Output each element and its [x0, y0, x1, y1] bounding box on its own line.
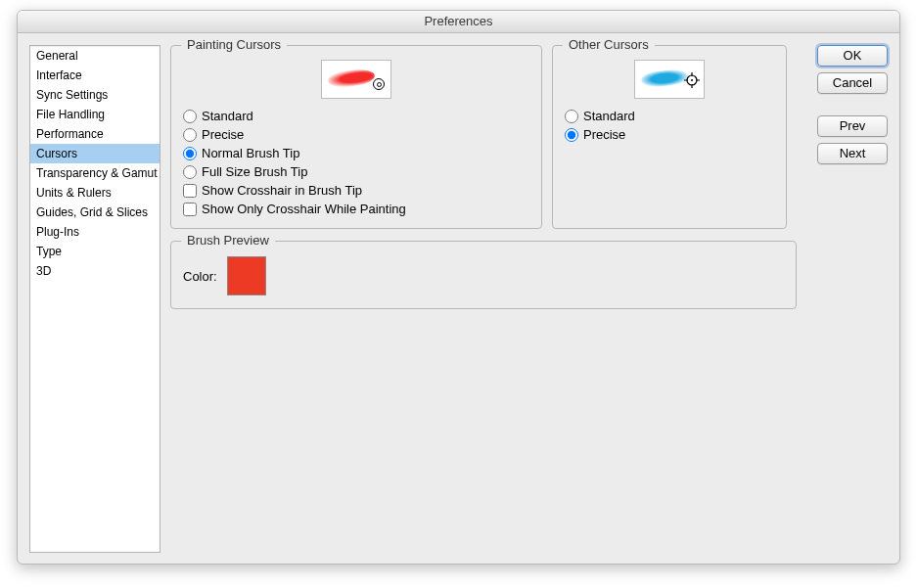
show-only-crosshair-checkbox[interactable]: [183, 203, 197, 216]
prev-button[interactable]: Prev: [817, 115, 888, 137]
sidebar-item-type[interactable]: Type: [30, 242, 160, 261]
painting-normal-brush-tip-label: Normal Brush Tip: [202, 146, 299, 160]
painting-precise-option[interactable]: Precise: [183, 127, 529, 142]
cursor-groups-row: Painting Cursors Standard Precise: [170, 45, 807, 241]
preferences-window: Preferences GeneralInterfaceSync Setting…: [17, 10, 900, 565]
other-precise-option[interactable]: Precise: [565, 127, 774, 142]
color-label: Color:: [183, 269, 217, 284]
painting-cursors-legend: Painting Cursors: [181, 37, 287, 52]
painting-normal-brush-tip-radio[interactable]: [183, 147, 197, 160]
next-button[interactable]: Next: [817, 143, 888, 164]
sidebar-item-performance[interactable]: Performance: [30, 124, 160, 144]
other-precise-label: Precise: [583, 127, 625, 142]
painting-normal-brush-tip-option[interactable]: Normal Brush Tip: [183, 146, 529, 160]
painting-precise-label: Precise: [202, 127, 244, 142]
other-cursor-preview: [634, 60, 705, 99]
sidebar-item-file-handling[interactable]: File Handling: [30, 105, 160, 124]
ok-button[interactable]: OK: [817, 45, 888, 67]
painting-full-size-brush-tip-label: Full Size Brush Tip: [202, 164, 307, 179]
blue-brush-stroke-icon: [640, 68, 688, 88]
show-crosshair-label: Show Crosshair in Brush Tip: [202, 183, 362, 198]
painting-standard-label: Standard: [202, 109, 253, 123]
other-cursor-options: Standard Precise: [565, 109, 774, 142]
precise-crosshair-icon: [684, 72, 700, 88]
red-brush-stroke-icon: [327, 68, 376, 89]
dialog-buttons: OK Cancel Prev Next: [817, 45, 888, 553]
painting-full-size-brush-tip-option[interactable]: Full Size Brush Tip: [183, 164, 529, 179]
painting-cursor-preview: [321, 60, 391, 99]
sidebar-item-3d[interactable]: 3D: [30, 261, 160, 281]
painting-cursor-options: Standard Precise Normal Brush Tip F: [183, 109, 529, 216]
brush-preview-legend: Brush Preview: [181, 233, 275, 248]
painting-standard-option[interactable]: Standard: [183, 109, 529, 123]
window-body: GeneralInterfaceSync SettingsFile Handli…: [18, 33, 899, 565]
brush-tip-cursor-icon: [373, 78, 385, 90]
sidebar-item-units-rulers[interactable]: Units & Rulers: [30, 183, 160, 203]
sidebar-item-general[interactable]: General: [30, 46, 160, 66]
sidebar-item-guides-grid-slices[interactable]: Guides, Grid & Slices: [30, 203, 160, 222]
painting-precise-radio[interactable]: [183, 128, 197, 142]
button-spacer: [817, 100, 888, 110]
other-standard-label: Standard: [583, 109, 635, 123]
window-title: Preferences: [18, 11, 899, 33]
show-only-crosshair-label: Show Only Crosshair While Painting: [202, 202, 406, 216]
cancel-button[interactable]: Cancel: [817, 72, 888, 94]
sidebar-item-interface[interactable]: Interface: [30, 66, 160, 85]
sidebar: GeneralInterfaceSync SettingsFile Handli…: [29, 45, 160, 553]
other-standard-radio[interactable]: [565, 110, 578, 123]
painting-standard-radio[interactable]: [183, 110, 197, 123]
svg-point-5: [691, 79, 693, 81]
other-precise-radio[interactable]: [565, 128, 578, 142]
brush-preview-group: Brush Preview Color:: [170, 241, 797, 309]
other-cursors-legend: Other Cursors: [563, 37, 655, 52]
show-crosshair-checkbox[interactable]: [183, 184, 197, 198]
sidebar-item-transparency-gamut[interactable]: Transparency & Gamut: [30, 163, 160, 183]
main-content: Painting Cursors Standard Precise: [170, 45, 807, 553]
painting-full-size-brush-tip-radio[interactable]: [183, 165, 197, 179]
show-crosshair-option[interactable]: Show Crosshair in Brush Tip: [183, 183, 529, 198]
other-cursors-group: Other Cursors: [552, 45, 787, 229]
sidebar-item-cursors[interactable]: Cursors: [30, 144, 160, 163]
show-only-crosshair-option[interactable]: Show Only Crosshair While Painting: [183, 202, 529, 216]
painting-cursors-group: Painting Cursors Standard Precise: [170, 45, 542, 229]
sidebar-item-sync-settings[interactable]: Sync Settings: [30, 85, 160, 105]
other-standard-option[interactable]: Standard: [565, 109, 774, 123]
brush-preview-color-swatch[interactable]: [227, 256, 266, 295]
sidebar-item-plug-ins[interactable]: Plug-Ins: [30, 222, 160, 242]
